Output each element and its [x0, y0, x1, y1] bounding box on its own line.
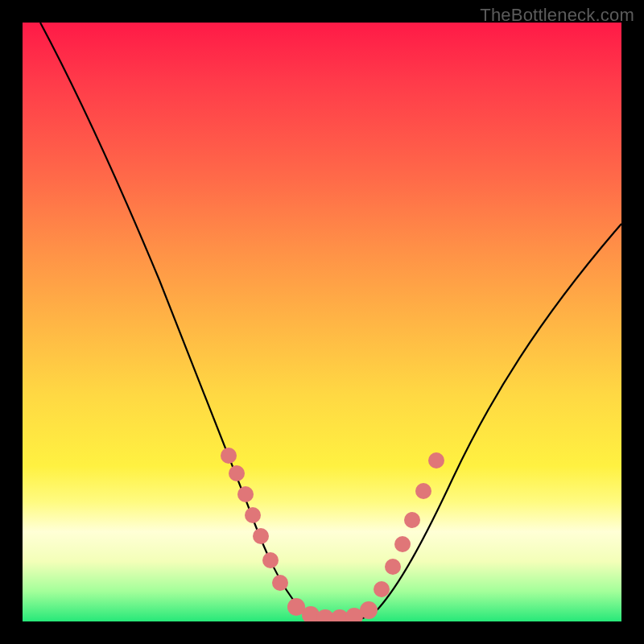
chart-frame: TheBottleneck.com: [0, 0, 644, 644]
curve-dot: [374, 581, 390, 597]
curve-dots: [221, 448, 444, 621]
curve-dot: [253, 528, 269, 544]
curve-dot: [428, 452, 444, 469]
curve-dot: [394, 536, 411, 552]
bottleneck-curve: [40, 23, 621, 620]
curve-dot: [221, 448, 237, 464]
curve-dot: [385, 559, 401, 575]
curve-dot: [360, 601, 378, 619]
curve-dot: [415, 483, 431, 499]
plot-area: [23, 23, 621, 621]
bottleneck-curve-svg: [23, 23, 621, 621]
curve-dot: [245, 507, 261, 523]
curve-dot: [237, 486, 254, 502]
watermark-text: TheBottleneck.com: [480, 5, 634, 26]
curve-dot: [229, 465, 245, 481]
curve-dot: [272, 575, 288, 591]
curve-dot: [262, 552, 279, 568]
curve-dot: [404, 512, 420, 528]
